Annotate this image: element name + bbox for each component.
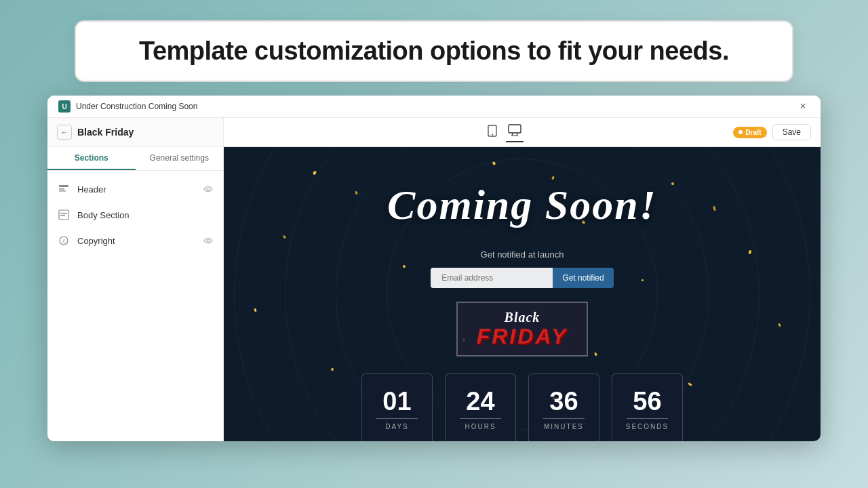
app-title-area: U Under Construction Coming Soon bbox=[58, 100, 197, 113]
body-section-icon bbox=[57, 208, 71, 222]
tablet-icon[interactable] bbox=[484, 123, 500, 142]
countdown-box-days: 01 DAYS bbox=[361, 373, 433, 441]
header-section-icon bbox=[57, 182, 71, 196]
draft-label: Draft bbox=[745, 129, 761, 136]
countdown-hours-value: 24 bbox=[466, 388, 494, 414]
browser-window: U Under Construction Coming Soon × ← Bla… bbox=[47, 96, 821, 441]
sidebar: ← Black Friday Sections General settings bbox=[47, 118, 224, 441]
save-button[interactable]: Save bbox=[772, 124, 811, 140]
banner-text: Template customization options to fit yo… bbox=[110, 37, 758, 66]
sidebar-sections-list: Header bbox=[47, 171, 223, 259]
tab-sections[interactable]: Sections bbox=[47, 147, 136, 170]
preview-area: Coming Soon! Get notified at launch Get … bbox=[224, 147, 821, 441]
countdown-box-minutes: 36 MINUTES bbox=[528, 373, 599, 441]
draft-dot bbox=[738, 130, 743, 134]
toolbar-right: Draft Save bbox=[733, 124, 811, 140]
notification-label: Get notified at launch bbox=[481, 249, 564, 260]
sidebar-tabs: Sections General settings bbox=[47, 147, 223, 171]
svg-point-11 bbox=[492, 134, 493, 136]
app-bar: U Under Construction Coming Soon × bbox=[47, 96, 821, 118]
coming-soon-title: Coming Soon! bbox=[387, 181, 657, 229]
svg-rect-2 bbox=[59, 190, 66, 192]
svg-rect-6 bbox=[60, 215, 65, 216]
app-title-text: Under Construction Coming Soon bbox=[76, 102, 197, 111]
browser-body: ← Black Friday Sections General settings bbox=[47, 118, 821, 441]
coming-soon-preview: Coming Soon! Get notified at launch Get … bbox=[224, 147, 821, 441]
sidebar-item-body[interactable]: Body Section bbox=[47, 202, 223, 228]
top-banner: Template customization options to fit yo… bbox=[75, 20, 793, 82]
svg-text:©: © bbox=[62, 239, 66, 245]
black-friday-bottom-text: FRIDAY bbox=[477, 325, 568, 348]
sidebar-item-header[interactable]: Header bbox=[47, 176, 223, 202]
hours-divider bbox=[460, 418, 502, 419]
countdown-seconds-value: 56 bbox=[633, 388, 661, 414]
svg-point-3 bbox=[207, 188, 210, 190]
countdown-minutes-label: MINUTES bbox=[544, 423, 584, 430]
header-section-label: Header bbox=[77, 184, 196, 195]
countdown-box-seconds: 56 SECONDS bbox=[612, 373, 683, 441]
right-area: Draft Save bbox=[224, 118, 821, 441]
svg-rect-0 bbox=[59, 185, 68, 187]
get-notified-button[interactable]: Get notified bbox=[553, 268, 613, 288]
countdown-days-label: DAYS bbox=[385, 423, 409, 430]
svg-rect-12 bbox=[509, 125, 521, 133]
countdown-box-hours: 24 HOURS bbox=[445, 373, 516, 441]
header-visibility-icon[interactable] bbox=[203, 184, 214, 195]
countdown-hours-label: HOURS bbox=[465, 423, 496, 430]
days-divider bbox=[376, 418, 418, 419]
sidebar-title: Black Friday bbox=[77, 127, 134, 138]
countdown-seconds-label: SECONDS bbox=[626, 423, 669, 430]
email-input[interactable] bbox=[431, 268, 553, 288]
device-icons bbox=[484, 122, 524, 142]
seconds-divider bbox=[627, 418, 669, 419]
copyright-section-label: Copyright bbox=[77, 236, 196, 246]
svg-rect-1 bbox=[59, 188, 64, 190]
tab-general-settings[interactable]: General settings bbox=[136, 147, 224, 170]
notification-form: Get notified bbox=[431, 268, 613, 288]
copyright-visibility-icon[interactable] bbox=[203, 235, 214, 246]
sidebar-header: ← Black Friday bbox=[47, 118, 223, 147]
body-section-label: Body Section bbox=[77, 210, 214, 220]
right-toolbar: Draft Save bbox=[224, 118, 821, 147]
sidebar-item-copyright[interactable]: © Copyright bbox=[47, 228, 223, 253]
svg-rect-5 bbox=[60, 213, 67, 214]
countdown-minutes-value: 36 bbox=[549, 388, 578, 414]
minutes-divider bbox=[543, 418, 585, 419]
copyright-section-icon: © bbox=[57, 234, 71, 247]
sidebar-back-button[interactable]: ← bbox=[57, 125, 72, 140]
notification-section: Get notified at launch Get notified bbox=[431, 249, 613, 288]
svg-point-9 bbox=[207, 239, 210, 242]
draft-badge: Draft bbox=[733, 127, 766, 138]
countdown-days-value: 01 bbox=[382, 388, 411, 414]
app-logo: U bbox=[58, 100, 71, 113]
countdown-section: 01 DAYS 24 HOURS 36 MINUTES bbox=[361, 373, 683, 441]
desktop-icon[interactable] bbox=[506, 122, 524, 142]
black-friday-badge: Black FRIDAY bbox=[456, 302, 589, 357]
close-button[interactable]: × bbox=[796, 100, 810, 113]
black-friday-top-text: Black bbox=[505, 310, 540, 325]
